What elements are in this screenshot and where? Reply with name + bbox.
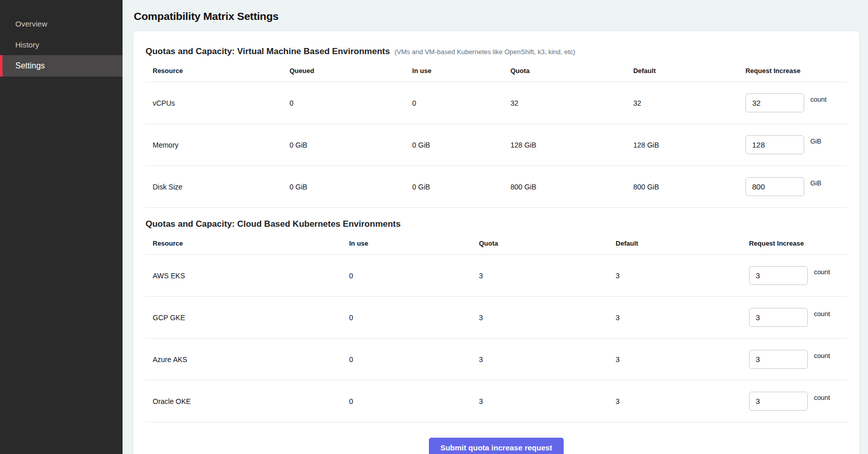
submit-row: Submit quota increase request bbox=[146, 422, 847, 454]
cell-default: 3 bbox=[609, 255, 742, 297]
unit-label: count bbox=[814, 268, 830, 276]
unit-label: count bbox=[814, 352, 830, 360]
cell-default: 3 bbox=[609, 297, 742, 339]
cell-quota: 32 bbox=[503, 82, 626, 124]
cell-quota: 128 GiB bbox=[503, 124, 626, 166]
cell-queued: 0 GiB bbox=[282, 166, 405, 208]
cell-quota: 3 bbox=[472, 255, 609, 297]
cell-resource: GCP GKE bbox=[146, 297, 342, 339]
request-increase-input[interactable] bbox=[745, 93, 804, 112]
cell-default: 128 GiB bbox=[626, 124, 738, 166]
sidebar-item-history[interactable]: History bbox=[0, 34, 123, 55]
cell-resource: AWS EKS bbox=[146, 255, 342, 297]
request-increase-input[interactable] bbox=[745, 135, 804, 154]
cell-in-use: 0 bbox=[342, 255, 472, 297]
cell-resource: Azure AKS bbox=[146, 339, 342, 380]
col-header-default: Default bbox=[609, 231, 742, 255]
cell-quota: 3 bbox=[472, 339, 609, 380]
request-increase-group: count bbox=[749, 392, 843, 411]
unit-label: count bbox=[814, 310, 830, 318]
cell-queued: 0 bbox=[282, 82, 405, 124]
sidebar: Overview History Settings bbox=[0, 0, 123, 454]
submit-quota-increase-button[interactable]: Submit quota increase request bbox=[429, 438, 563, 454]
col-header-quota: Quota bbox=[472, 231, 609, 255]
cell-quota: 800 GiB bbox=[503, 166, 626, 208]
cell-in-use: 0 bbox=[342, 297, 472, 339]
table-row: AWS EKS 0 3 3 count bbox=[146, 255, 847, 297]
table-row: GCP GKE 0 3 3 count bbox=[146, 297, 847, 339]
cell-default: 32 bbox=[626, 82, 738, 124]
vm-section-subtitle: (VMs and VM-based Kubernetes like OpenSh… bbox=[395, 48, 575, 56]
vm-section-header: Quotas and Capacity: Virtual Machine Bas… bbox=[146, 46, 847, 57]
table-row: vCPUs 0 0 32 32 count bbox=[146, 82, 847, 124]
unit-label: GiB bbox=[810, 137, 822, 145]
col-header-default: Default bbox=[626, 59, 738, 82]
main-content: Compatibility Matrix Settings Quotas and… bbox=[123, 0, 868, 454]
col-header-in-use: In use bbox=[342, 231, 472, 255]
page-title: Compatibility Matrix Settings bbox=[134, 10, 860, 22]
cell-resource: Disk Size bbox=[146, 166, 282, 208]
request-increase-input[interactable] bbox=[749, 308, 808, 327]
col-header-in-use: In use bbox=[405, 59, 503, 82]
unit-label: GiB bbox=[810, 179, 822, 187]
cell-resource: Memory bbox=[146, 124, 282, 166]
vm-section-title: Quotas and Capacity: Virtual Machine Bas… bbox=[146, 46, 390, 57]
request-increase-input[interactable] bbox=[749, 266, 808, 285]
unit-label: count bbox=[810, 95, 827, 103]
col-header-request-increase: Request Increase bbox=[738, 59, 847, 82]
request-increase-group: count bbox=[749, 350, 843, 369]
col-header-request-increase: Request Increase bbox=[742, 231, 847, 255]
cell-resource: Oracle OKE bbox=[146, 380, 342, 422]
sidebar-item-settings[interactable]: Settings bbox=[0, 55, 123, 77]
vm-table-header-row: Resource Queued In use Quota Default Req… bbox=[146, 59, 847, 82]
cell-in-use: 0 bbox=[405, 82, 503, 124]
request-increase-group: count bbox=[749, 266, 843, 285]
cell-in-use: 0 bbox=[342, 380, 472, 422]
request-increase-group: GiB bbox=[745, 135, 843, 154]
cloud-table-header-row: Resource In use Quota Default Request In… bbox=[146, 231, 847, 255]
sidebar-item-overview[interactable]: Overview bbox=[0, 13, 123, 34]
unit-label: count bbox=[814, 394, 830, 401]
request-increase-input[interactable] bbox=[749, 392, 808, 411]
request-increase-input[interactable] bbox=[745, 177, 804, 196]
table-row: Azure AKS 0 3 3 count bbox=[146, 339, 847, 380]
cloud-quota-table: Resource In use Quota Default Request In… bbox=[146, 231, 847, 422]
cell-default: 3 bbox=[609, 380, 742, 422]
col-header-resource: Resource bbox=[146, 59, 282, 82]
request-increase-group: count bbox=[745, 93, 843, 112]
app-root: Overview History Settings Compatibility … bbox=[0, 0, 868, 454]
table-row: Oracle OKE 0 3 3 count bbox=[146, 380, 847, 422]
cell-in-use: 0 GiB bbox=[405, 124, 503, 166]
request-increase-group: GiB bbox=[745, 177, 843, 196]
col-header-queued: Queued bbox=[282, 59, 405, 82]
cell-quota: 3 bbox=[472, 297, 609, 339]
cell-queued: 0 GiB bbox=[282, 124, 405, 166]
cell-default: 3 bbox=[609, 339, 742, 380]
table-row: Disk Size 0 GiB 0 GiB 800 GiB 800 GiB Gi… bbox=[146, 166, 847, 208]
request-increase-group: count bbox=[749, 308, 843, 327]
request-increase-input[interactable] bbox=[749, 350, 808, 369]
cell-in-use: 0 GiB bbox=[405, 166, 503, 208]
cloud-section-header: Quotas and Capacity: Cloud Based Kuberne… bbox=[146, 219, 847, 229]
quota-settings-card: Quotas and Capacity: Virtual Machine Bas… bbox=[133, 31, 860, 454]
cloud-section-title: Quotas and Capacity: Cloud Based Kuberne… bbox=[146, 219, 401, 229]
col-header-resource: Resource bbox=[146, 231, 342, 255]
col-header-quota: Quota bbox=[503, 59, 626, 82]
cell-quota: 3 bbox=[472, 380, 609, 422]
cell-resource: vCPUs bbox=[146, 82, 282, 124]
cell-default: 800 GiB bbox=[626, 166, 738, 208]
table-row: Memory 0 GiB 0 GiB 128 GiB 128 GiB GiB bbox=[146, 124, 847, 166]
vm-quota-table: Resource Queued In use Quota Default Req… bbox=[146, 59, 847, 208]
cell-in-use: 0 bbox=[342, 339, 472, 380]
